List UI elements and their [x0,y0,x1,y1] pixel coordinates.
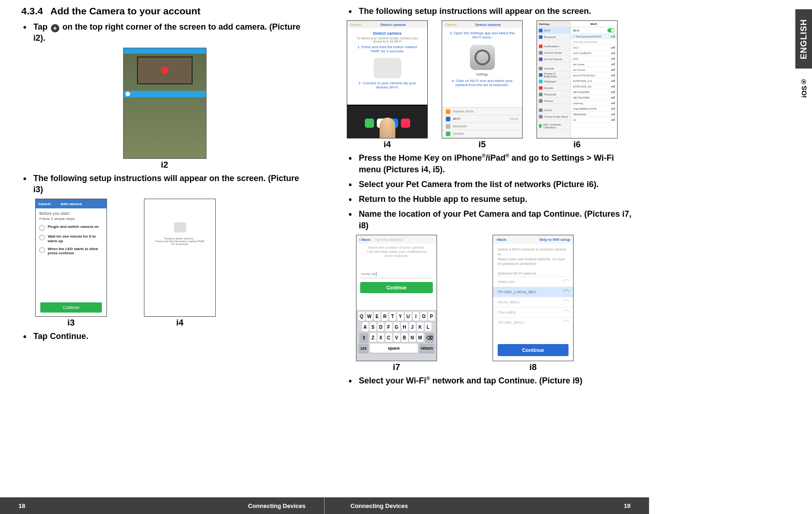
continue-button[interactable]: Continue [498,344,568,356]
key-i[interactable]: I [413,312,419,321]
figure-i6-label: i6 [574,139,581,150]
key-g[interactable]: G [394,322,400,332]
figure-i4-left: Trying to detect camera… Press and hold … [144,199,216,328]
wifi-icon [564,279,568,284]
footer-section-right: Connecting Devices [350,502,408,509]
screenshot-i3: CancelAdd camera Before you start: Follo… [35,199,107,317]
section-title: Add the Camera to your account [50,6,200,16]
bullet-return-hubble: Return to the Hubble app to resume setup… [347,194,632,205]
figure-i3-label: i3 [68,318,75,328]
screenshot-i8: ‹BackSkip to Wifi setup Select a Wi-Fi n… [493,235,574,361]
right-page: The following setup instructions will ap… [325,0,649,495]
bullet-name-location: Name the location of your Pet Camera and… [347,208,632,231]
language-tab: ENGLISH [795,9,812,69]
figure-i3: CancelAdd camera Before you start: Follo… [35,199,107,328]
key-v[interactable]: V [394,333,400,342]
key-q[interactable]: Q [358,312,365,321]
settings-icon [470,45,495,70]
continue-button[interactable]: Continue [40,302,102,313]
plus-icon: + [51,24,59,32]
footer: 18 Connecting Devices Connecting Devices… [0,497,649,514]
figure-i2-label: i2 [161,160,169,170]
key-u[interactable]: U [405,312,412,321]
wifi-row[interactable]: Cisco-BEIL [493,307,573,317]
chevron-left-icon: ‹ [496,238,497,242]
key-a[interactable]: A [362,322,369,332]
bullet-setup-appear: The following setup instructions will ap… [347,6,632,17]
section-heading: 4.3.4Add the Camera to your account [21,6,308,17]
screenshot-i2 [123,48,206,159]
key-w[interactable]: W [366,312,373,321]
key-l[interactable]: L [425,322,431,332]
bullet-tap-plus: Tap + on the top right corner of the scr… [21,21,308,44]
wifi-row[interactable]: TP-LINK_2.4GHz_BEIL [493,287,573,297]
wifi-row[interactable]: belkin.bd2 [493,276,573,287]
bullet-setup-i3: The following setup instructions will ap… [21,173,308,195]
key-p[interactable]: P [428,312,435,321]
key-b[interactable]: B [401,333,408,342]
screenshot-i6: Settings Wi-Fi Bluetooth Notifications C… [537,20,618,138]
figure-i5-label: i5 [479,139,486,150]
key-r[interactable]: R [381,312,388,321]
chevron-left-icon: ‹ [359,237,361,242]
figure-i8-label: i8 [530,362,537,372]
footer-section-left: Connecting Devices [248,502,306,509]
keyboard[interactable]: QWERTYUIOP ASDFGHJKL ⇧ZXCVBNM⌫ 123spacer… [356,310,437,361]
bullet-home-key: Press the Home Key on iPhone®/iPad® and … [347,152,632,175]
left-page: 4.3.4Add the Camera to your account Tap … [0,0,325,495]
key-f[interactable]: F [386,322,392,332]
wifi-icon [564,320,568,325]
wifi-row[interactable]: TP-LINK_BEIL2 [493,317,573,327]
screenshot-i5: CancelDetect camera 3. Open the Settings… [442,20,523,138]
wifi-icon [564,300,568,304]
page-number-left: 18 [19,502,25,509]
key-h[interactable]: H [401,322,408,332]
wifi-row[interactable]: ASUS_BEIL1 [493,297,573,307]
key-c[interactable]: C [386,333,392,342]
key-y[interactable]: Y [397,312,404,321]
key-d[interactable]: D [378,322,384,332]
key-o[interactable]: O [420,312,427,321]
figure-i4-left-label: i4 [176,318,184,328]
wifi-toggle[interactable] [607,28,615,32]
figure-i7: ‹BackCamera detected Name the location o… [356,235,437,372]
bullet-select-wifi: Select your Wi-Fi® network and tap Conti… [347,375,632,386]
key-z[interactable]: Z [370,333,376,342]
wifi-icon [564,310,568,314]
section-number: 4.3.4 [21,6,43,16]
camera-name-input[interactable]: home hk [360,270,433,278]
key-e[interactable]: E [374,312,381,321]
figure-i7-label: i7 [393,362,400,372]
key-x[interactable]: X [378,333,384,342]
key-t[interactable]: T [389,312,396,321]
figure-i4-label: i4 [384,139,391,150]
screenshot-i4: CancelDetect camera Detect camera To det… [347,20,428,138]
screenshot-i7: ‹BackCamera detected Name the location o… [356,235,437,361]
figure-i6: Settings Wi-Fi Bluetooth Notifications C… [537,20,618,150]
bullet-select-petcam: Select your Pet Camera from the list of … [347,179,632,190]
screenshot-i4-left: Trying to detect camera… Press and hold … [144,199,216,317]
key-m[interactable]: M [417,333,424,342]
figure-i2: i2 [123,48,206,170]
figure-i5: CancelDetect camera 3. Open the Settings… [442,20,523,150]
figure-i4: CancelDetect camera Detect camera To det… [347,20,428,150]
wifi-icon [564,289,568,294]
page-number-right: 19 [624,502,631,509]
bullet-tap-continue: Tap Continue. [21,331,308,342]
figure-i8: ‹BackSkip to Wifi setup Select a Wi-Fi n… [493,235,574,372]
continue-button[interactable]: Continue [360,282,433,293]
key-n[interactable]: N [409,333,416,342]
key-j[interactable]: J [409,322,416,332]
key-s[interactable]: S [370,322,376,332]
platform-tab: iOS® [799,78,808,98]
key-k[interactable]: K [417,322,424,332]
